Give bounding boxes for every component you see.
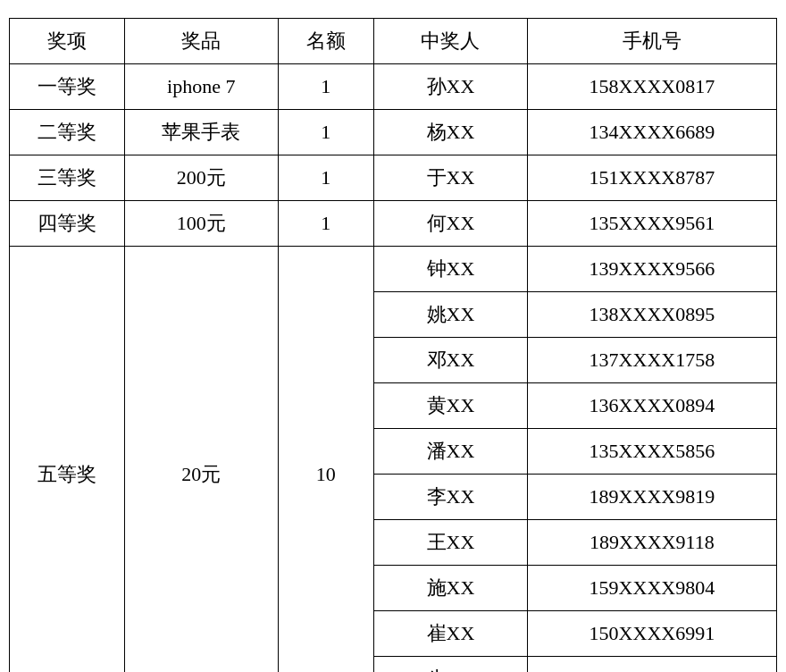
cell-fifth-winner: 王XX bbox=[374, 520, 528, 566]
cell-fifth-phone: 189XXXX9819 bbox=[527, 475, 776, 520]
cell-award: 四等奖 bbox=[10, 201, 125, 247]
cell-fifth-winner: 李XX bbox=[374, 475, 528, 520]
header-award: 奖项 bbox=[10, 19, 125, 64]
cell-fifth-winner: 钟XX bbox=[374, 247, 528, 292]
lottery-table: 奖项 奖品 名额 中奖人 手机号 一等奖iphone 71孙XX158XXXX0… bbox=[9, 18, 777, 672]
cell-fifth-phone: 159XXXX9804 bbox=[527, 566, 776, 611]
table-header-row: 奖项 奖品 名额 中奖人 手机号 bbox=[10, 19, 777, 64]
cell-fifth-winner: 施XX bbox=[374, 566, 528, 611]
cell-fifth-phone: 136XXXX0894 bbox=[527, 383, 776, 429]
cell-winner: 于XX bbox=[374, 155, 528, 201]
cell-prize: iphone 7 bbox=[124, 64, 278, 110]
cell-award: 三等奖 bbox=[10, 155, 125, 201]
cell-quota: 1 bbox=[278, 110, 373, 155]
cell-fifth-phone: 135XXXX1356 bbox=[527, 657, 776, 673]
cell-quota: 1 bbox=[278, 155, 373, 201]
cell-fifth-winner: 牛XX bbox=[374, 657, 528, 673]
cell-award: 一等奖 bbox=[10, 64, 125, 110]
cell-prize: 苹果手表 bbox=[124, 110, 278, 155]
cell-fifth-phone: 137XXXX1758 bbox=[527, 338, 776, 383]
header-prize: 奖品 bbox=[124, 19, 278, 64]
cell-fifth-award: 五等奖 bbox=[10, 247, 125, 673]
cell-phone: 151XXXX8787 bbox=[527, 155, 776, 201]
cell-fifth-phone: 150XXXX6991 bbox=[527, 611, 776, 657]
cell-winner: 杨XX bbox=[374, 110, 528, 155]
cell-award: 二等奖 bbox=[10, 110, 125, 155]
cell-winner: 孙XX bbox=[374, 64, 528, 110]
header-phone: 手机号 bbox=[527, 19, 776, 64]
cell-fifth-winner: 姚XX bbox=[374, 292, 528, 338]
cell-fifth-phone: 135XXXX5856 bbox=[527, 429, 776, 475]
header-winner: 中奖人 bbox=[374, 19, 528, 64]
cell-fifth-winner: 黄XX bbox=[374, 383, 528, 429]
cell-prize: 200元 bbox=[124, 155, 278, 201]
cell-quota: 1 bbox=[278, 201, 373, 247]
cell-phone: 158XXXX0817 bbox=[527, 64, 776, 110]
cell-fifth-phone: 139XXXX9566 bbox=[527, 247, 776, 292]
cell-phone: 134XXXX6689 bbox=[527, 110, 776, 155]
cell-fifth-phone: 138XXXX0895 bbox=[527, 292, 776, 338]
cell-winner: 何XX bbox=[374, 201, 528, 247]
cell-fifth-phone: 189XXXX9118 bbox=[527, 520, 776, 566]
cell-fifth-winner: 崔XX bbox=[374, 611, 528, 657]
cell-fifth-quota: 10 bbox=[278, 247, 373, 673]
header-quota: 名额 bbox=[278, 19, 373, 64]
table-row: 三等奖200元1于XX151XXXX8787 bbox=[10, 155, 777, 201]
table-row-fifth: 五等奖20元10钟XX139XXXX9566 bbox=[10, 247, 777, 292]
table-row: 二等奖苹果手表1杨XX134XXXX6689 bbox=[10, 110, 777, 155]
cell-fifth-prize: 20元 bbox=[124, 247, 278, 673]
table-body: 一等奖iphone 71孙XX158XXXX0817二等奖苹果手表1杨XX134… bbox=[10, 64, 777, 673]
cell-quota: 1 bbox=[278, 64, 373, 110]
table-row: 四等奖100元1何XX135XXXX9561 bbox=[10, 201, 777, 247]
table-row: 一等奖iphone 71孙XX158XXXX0817 bbox=[10, 64, 777, 110]
cell-fifth-winner: 潘XX bbox=[374, 429, 528, 475]
cell-phone: 135XXXX9561 bbox=[527, 201, 776, 247]
cell-prize: 100元 bbox=[124, 201, 278, 247]
cell-fifth-winner: 邓XX bbox=[374, 338, 528, 383]
